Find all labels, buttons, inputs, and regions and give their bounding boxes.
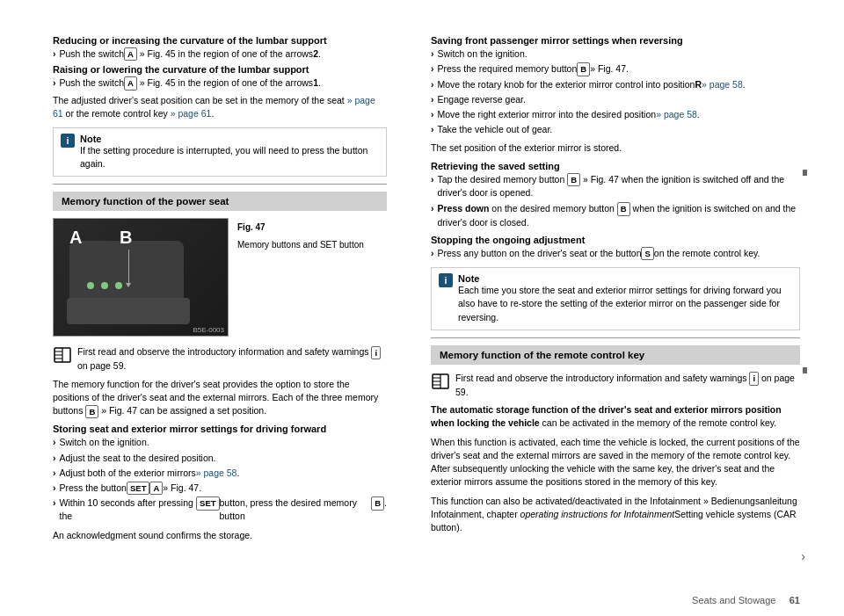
- r1-item6: Take the vehicle out of gear.: [431, 123, 800, 136]
- note-content-right: Note Each time you store the seat and ex…: [458, 273, 792, 324]
- r1-item4: Engage reverse gear.: [431, 93, 800, 106]
- book-icon-left: [53, 345, 72, 365]
- book-warning-text-right: First read and observe the introductory …: [455, 372, 800, 399]
- footer-section: Seats and Stowage 61: [692, 595, 800, 605]
- margin-bar-1: [803, 170, 807, 176]
- fig-num: Fig. 47: [237, 221, 364, 234]
- footer-page-number: 61: [789, 595, 800, 605]
- r2-item2: Press down on the desired memory button …: [431, 202, 800, 229]
- key-b2: B: [371, 496, 384, 510]
- key-a3: A: [149, 482, 163, 495]
- fig-caption-text: Memory buttons and SET button: [237, 239, 364, 251]
- key-s: S: [641, 247, 653, 260]
- page-ref-i: i: [371, 346, 381, 359]
- s3-item5: Within 10 seconds after pressing the SET…: [53, 496, 387, 523]
- right-section3-title: Stopping the ongoing adjustment: [431, 235, 800, 245]
- memory-body1: The memory function for the driver's sea…: [53, 378, 387, 418]
- seat-image: A B B5E-0003: [53, 218, 229, 337]
- fig-label-b: B: [120, 228, 132, 248]
- body-text-1: The adjusted driver's seat position can …: [53, 94, 387, 120]
- book-warning-left: First read and observe the introductory …: [53, 345, 387, 373]
- section1-item1: Push the switch A » Fig. 45 in the regio…: [53, 47, 387, 61]
- body2-left: An acknowledgment sound confirms the sto…: [53, 529, 387, 542]
- memory-section-header: Memory function of the power seat: [53, 192, 387, 211]
- key-b3: B: [577, 62, 590, 76]
- right-body1: The set position of the exterior mirror …: [431, 141, 800, 155]
- r3-item1: Press any button on the driver's seat or…: [431, 247, 800, 260]
- section2-title: Raising or lowering the curvature of the…: [53, 64, 387, 75]
- note-icon-left: i: [61, 134, 75, 148]
- right-column: Saving front passenger mirror settings w…: [413, 35, 844, 590]
- remote-body2: When this function is activated, each ti…: [431, 436, 800, 489]
- book-warning-text-left: First read and observe the introductory …: [77, 345, 387, 373]
- key-a2: A: [124, 76, 137, 90]
- note-content-left: Note If the setting procedure is interru…: [80, 134, 379, 170]
- key-b4: B: [567, 173, 580, 186]
- book-warning-right: First read and observe the introductory …: [431, 372, 800, 399]
- book-svg-right: [431, 372, 450, 391]
- next-page-arrow[interactable]: ›: [801, 549, 805, 563]
- key-a: A: [124, 47, 137, 61]
- note-box-left: i Note If the setting procedure is inter…: [53, 127, 387, 177]
- key-b5: B: [617, 202, 630, 215]
- s3-item3: Adjust both of the exterior mirrors » pa…: [53, 467, 387, 480]
- note-label-left: Note: [80, 134, 379, 144]
- note-box-right: i Note Each time you store the seat and …: [431, 267, 800, 330]
- key-set: SET: [127, 482, 149, 495]
- r1-item3: Move the rotary knob for the exterior mi…: [431, 78, 800, 91]
- note-icon-right: i: [439, 273, 453, 287]
- section1-title: Reducing or increasing the curvature of …: [53, 35, 387, 46]
- right-section2-title: Retrieving the saved setting: [431, 161, 800, 171]
- image-code: B5E-0003: [193, 326, 224, 334]
- r1-item2: Press the required memory button B » Fig…: [431, 62, 800, 76]
- key-b1: B: [85, 405, 98, 418]
- fig-label-a: A: [69, 228, 82, 248]
- section3-title: Storing seat and exterior mirror setting…: [53, 424, 387, 434]
- section2-item1: Push the switch A » Fig. 45 in the regio…: [53, 76, 387, 90]
- remote-section-header: Memory function of the remote control ke…: [431, 345, 800, 365]
- page-ref-i2: i: [749, 372, 759, 385]
- remote-body1: The automatic storage function of the dr…: [431, 403, 800, 430]
- fig-area: A B B5E-0003 Fig. 47 Memory buttons and …: [53, 218, 387, 340]
- divider2: [431, 337, 800, 338]
- remote-body3: This function can also be activated/deac…: [431, 495, 800, 535]
- book-icon-right: [431, 372, 450, 391]
- r1-item1: Switch on the ignition.: [431, 47, 800, 61]
- note-text-right: Each time you store the seat and exterio…: [458, 284, 792, 324]
- divider1: [53, 184, 387, 185]
- r2-item1: Tap the desired memory button B » Fig. 4…: [431, 173, 800, 200]
- footer-section-text: Seats and Stowage: [692, 595, 775, 605]
- page-footer: Seats and Stowage 61: [0, 595, 844, 605]
- note-text-left: If the setting procedure is interrupted,…: [80, 144, 379, 170]
- s3-item1: Switch on the ignition.: [53, 436, 387, 449]
- book-svg: [53, 345, 72, 365]
- r1-item5: Move the right exterior mirror into the …: [431, 108, 800, 121]
- left-column: Reducing or increasing the curvature of …: [0, 35, 413, 590]
- margin-bar-2: [803, 367, 807, 373]
- key-set2: SET: [196, 496, 219, 510]
- s3-item4: Press the button SET A » Fig. 47.: [53, 482, 387, 495]
- s3-item2: Adjust the seat to the desired position.: [53, 452, 387, 465]
- fig-caption-area: Fig. 47 Memory buttons and SET button: [237, 218, 364, 340]
- note-label-right: Note: [458, 273, 792, 284]
- right-section1-title: Saving front passenger mirror settings w…: [431, 35, 800, 46]
